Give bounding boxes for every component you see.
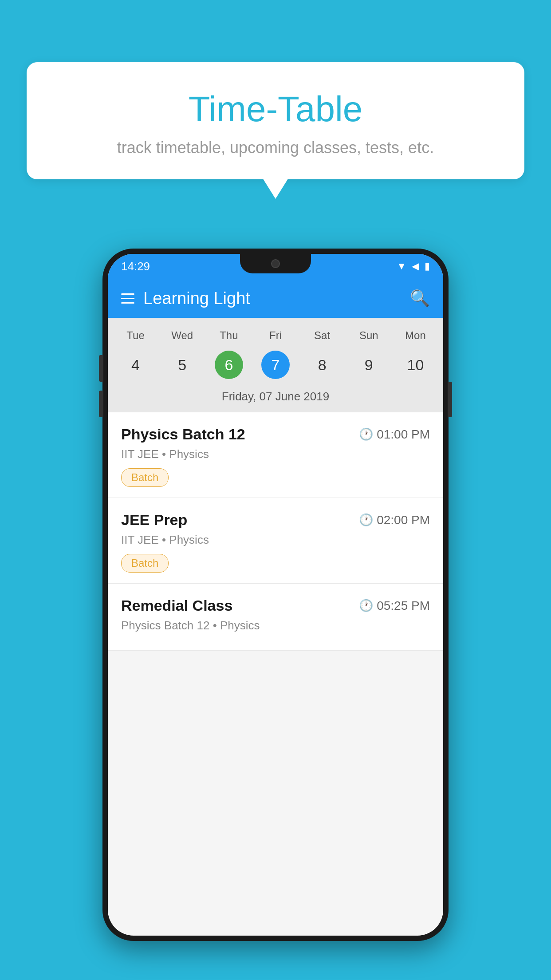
notch [240, 254, 311, 273]
time-value-3: 05:25 PM [377, 599, 430, 613]
status-time: 14:29 [121, 260, 150, 273]
day-5[interactable]: 5 [159, 351, 205, 379]
schedule-item-header-2: JEE Prep 🕐 02:00 PM [121, 511, 430, 529]
schedule-meta-1: IIT JEE • Physics [121, 447, 430, 461]
schedule-time-2: 🕐 02:00 PM [359, 513, 430, 527]
bubble-subtitle: track timetable, upcoming classes, tests… [44, 138, 507, 157]
day-10[interactable]: 10 [392, 351, 439, 379]
days-numbers: 4 5 6 7 8 9 10 [108, 346, 443, 386]
batch-badge-1: Batch [121, 468, 169, 487]
signal-icon: ◀ [412, 261, 419, 272]
schedule-item-1[interactable]: Physics Batch 12 🕐 01:00 PM IIT JEE • Ph… [108, 412, 443, 498]
speech-bubble: Time-Table track timetable, upcoming cla… [27, 62, 524, 179]
app-bar: Learning Light 🔍 [108, 279, 443, 318]
phone-frame: 14:29 ▼ ◀ ▮ Learning [102, 249, 449, 941]
day-label-wed: Wed [159, 325, 205, 346]
day-label-sun: Sun [346, 325, 392, 346]
day-9[interactable]: 9 [346, 351, 392, 379]
schedule-list: Physics Batch 12 🕐 01:00 PM IIT JEE • Ph… [108, 412, 443, 651]
phone-mockup: 14:29 ▼ ◀ ▮ Learning [102, 249, 449, 941]
day-6-today[interactable]: 6 [215, 351, 243, 379]
day-7-selected[interactable]: 7 [261, 351, 290, 379]
schedule-time-3: 🕐 05:25 PM [359, 599, 430, 613]
phone-screen: 14:29 ▼ ◀ ▮ Learning [108, 254, 443, 936]
app-title: Learning Light [143, 289, 250, 308]
day-8[interactable]: 8 [299, 351, 346, 379]
day-4[interactable]: 4 [112, 351, 159, 379]
day-label-tue: Tue [112, 325, 159, 346]
day-label-mon: Mon [392, 325, 439, 346]
schedule-item-3[interactable]: Remedial Class 🕐 05:25 PM Physics Batch … [108, 584, 443, 651]
schedule-time-1: 🕐 01:00 PM [359, 427, 430, 442]
calendar-strip: Tue Wed Thu Fri Sat Sun Mon 4 5 6 7 8 [108, 318, 443, 412]
clock-icon-2: 🕐 [359, 513, 373, 527]
day-label-fri: Fri [252, 325, 299, 346]
schedule-item-header-3: Remedial Class 🕐 05:25 PM [121, 597, 430, 614]
clock-icon-3: 🕐 [359, 599, 373, 612]
search-icon[interactable]: 🔍 [410, 289, 430, 308]
selected-date-label: Friday, 07 June 2019 [108, 386, 443, 412]
schedule-title-1: Physics Batch 12 [121, 426, 245, 443]
day-label-thu: Thu [205, 325, 252, 346]
day-label-sat: Sat [299, 325, 346, 346]
schedule-item-header-1: Physics Batch 12 🕐 01:00 PM [121, 426, 430, 443]
batch-badge-2: Batch [121, 554, 169, 573]
schedule-item-2[interactable]: JEE Prep 🕐 02:00 PM IIT JEE • Physics Ba… [108, 498, 443, 584]
schedule-meta-2: IIT JEE • Physics [121, 533, 430, 547]
battery-icon: ▮ [425, 261, 430, 272]
days-header: Tue Wed Thu Fri Sat Sun Mon [108, 325, 443, 346]
time-value-1: 01:00 PM [377, 427, 430, 442]
clock-icon-1: 🕐 [359, 427, 373, 441]
time-value-2: 02:00 PM [377, 513, 430, 527]
app-bar-left: Learning Light [121, 289, 250, 308]
schedule-title-2: JEE Prep [121, 511, 187, 529]
bubble-title: Time-Table [44, 89, 507, 130]
volume-down-button [99, 391, 103, 417]
schedule-title-3: Remedial Class [121, 597, 232, 614]
status-icons: ▼ ◀ ▮ [397, 261, 430, 272]
speech-bubble-container: Time-Table track timetable, upcoming cla… [27, 62, 524, 179]
camera [271, 259, 280, 268]
volume-up-button [99, 355, 103, 382]
hamburger-menu-icon[interactable] [121, 293, 134, 304]
wifi-icon: ▼ [397, 261, 406, 272]
power-button [448, 382, 452, 417]
schedule-meta-3: Physics Batch 12 • Physics [121, 619, 430, 632]
